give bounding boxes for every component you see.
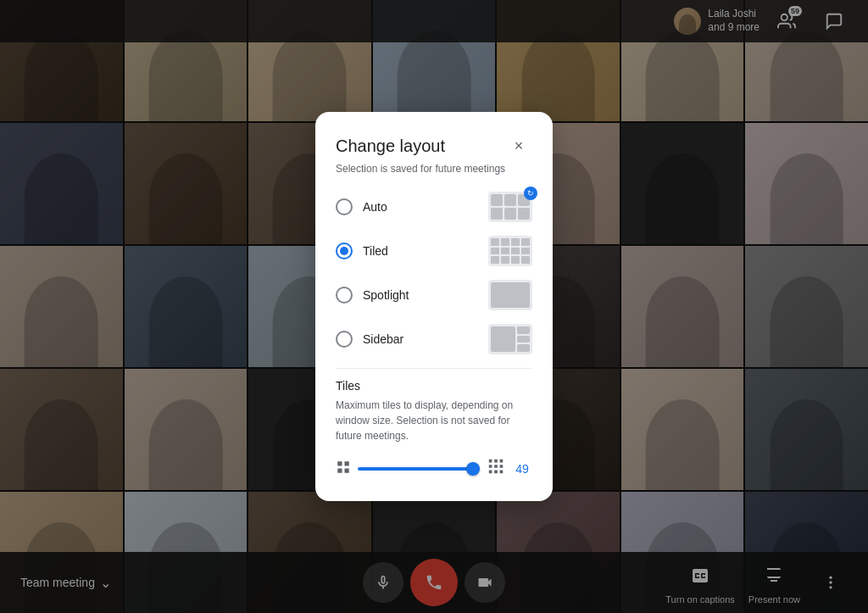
modal-overlay: Change layout × Selection is saved for f… [0, 0, 868, 613]
layout-tiled-label: Tiled [363, 244, 388, 258]
tiles-section-subtitle: Maximum tiles to display, depending on w… [336, 398, 532, 443]
layout-tiled-left: Tiled [336, 242, 388, 259]
tiles-slider-row: 49 [336, 457, 532, 481]
auto-refresh-icon: ↻ [524, 187, 537, 200]
spotlight-layout-icon [488, 280, 532, 310]
radio-spotlight[interactable] [336, 287, 353, 304]
change-layout-dialog: Change layout × Selection is saved for f… [315, 112, 553, 501]
tiles-slider[interactable] [358, 460, 480, 477]
radio-auto[interactable] [336, 198, 353, 215]
radio-sidebar[interactable] [336, 331, 353, 348]
layout-option-auto[interactable]: Auto ↻ [336, 192, 532, 222]
auto-icon-wrapper: ↻ [488, 192, 532, 222]
layout-sidebar-label: Sidebar [363, 332, 403, 346]
slider-thumb [466, 462, 480, 476]
grid-small-icon [336, 460, 351, 479]
dialog-subtitle: Selection is saved for future meetings [336, 163, 532, 175]
dialog-title: Change layout [336, 137, 445, 156]
section-divider [336, 368, 532, 369]
layout-option-tiled[interactable]: Tiled [336, 236, 532, 266]
dialog-close-button[interactable]: × [505, 132, 532, 159]
layout-auto-label: Auto [363, 200, 387, 214]
layout-spotlight-left: Spotlight [336, 287, 409, 304]
dialog-header: Change layout × [336, 132, 532, 159]
layout-sidebar-left: Sidebar [336, 331, 403, 348]
layout-spotlight-label: Spotlight [363, 288, 409, 302]
radio-tiled-inner [340, 247, 348, 255]
layout-option-sidebar[interactable]: Sidebar [336, 324, 532, 354]
tiles-value: 49 [512, 462, 532, 476]
layout-auto-left: Auto [336, 198, 387, 215]
tiles-section-title: Tiles [336, 379, 532, 393]
tiled-layout-icon [488, 236, 532, 266]
radio-tiled[interactable] [336, 242, 353, 259]
sidebar-layout-icon [488, 324, 532, 354]
layout-option-spotlight[interactable]: Spotlight [336, 280, 532, 310]
slider-track [358, 467, 480, 471]
grid-large-icon [487, 457, 505, 481]
